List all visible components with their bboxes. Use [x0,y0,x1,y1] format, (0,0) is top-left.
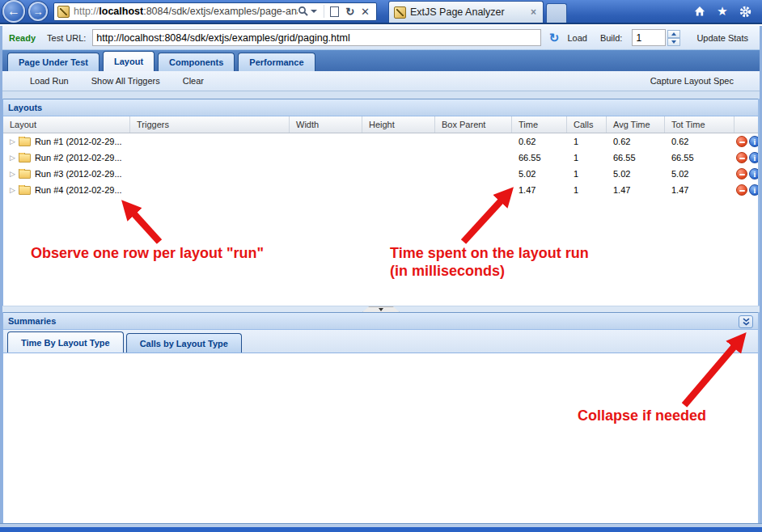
folder-icon [19,186,31,195]
search-icon[interactable] [298,6,309,17]
tot-time-value: 66.55 [665,153,734,163]
load-button[interactable]: Load [562,32,591,44]
url-host: localhost [99,6,143,17]
capture-layout-spec-button[interactable]: Capture Layout Spec [646,74,739,87]
load-run-button[interactable]: Load Run [25,74,74,87]
layouts-panel-header: Layouts [3,99,758,116]
home-icon[interactable] [692,4,707,19]
folder-icon [19,154,31,163]
run-label: Run #4 (2012-02-29... [35,185,122,195]
column-header-tot-time[interactable]: Tot Time [665,116,734,133]
calls-value: 1 [567,185,607,195]
delete-run-icon[interactable] [736,152,747,163]
panel-gap [2,91,760,99]
load-refresh-icon[interactable] [549,31,560,45]
row-expander-icon[interactable] [10,154,15,162]
column-header-layout[interactable]: Layout [3,116,130,133]
time-value: 66.55 [512,153,567,163]
column-header-actions [734,116,758,133]
new-tab-button[interactable] [546,3,567,23]
refresh-icon[interactable] [345,6,354,18]
info-icon[interactable] [749,184,758,196]
tab-page-under-test[interactable]: Page Under Test [7,53,99,71]
delete-run-icon[interactable] [736,136,747,147]
address-url[interactable]: http://localhost:8084/sdk/extjs/examples… [74,6,298,17]
time-value: 5.02 [512,169,567,179]
table-row-run1[interactable]: Run #1 (2012-02-29... 0.62 1 0.62 0.62 [3,133,758,150]
status-ready-label: Ready [9,33,36,43]
column-header-calls[interactable]: Calls [567,116,607,133]
build-label: Build: [600,33,623,43]
compatibility-view-icon[interactable] [330,6,339,17]
browser-titlebar: http://localhost:8084/sdk/extjs/examples… [0,0,762,24]
folder-icon [19,170,31,179]
close-tab-icon[interactable] [529,6,538,18]
panel-splitter[interactable] [2,306,760,312]
build-spin-down-button[interactable] [667,38,680,46]
column-header-height[interactable]: Height [362,116,435,133]
test-url-toolbar: Ready Test URL: Load Build: Update Stats [2,26,760,50]
tab-performance[interactable]: Performance [238,53,315,71]
tools-gear-icon[interactable] [738,4,752,19]
window-edge-bottom [0,527,762,532]
test-url-label: Test URL: [47,33,86,43]
column-header-avg-time[interactable]: Avg Time [607,116,665,133]
tab-layout[interactable]: Layout [103,51,155,71]
column-header-box-parent[interactable]: Box Parent [435,116,512,133]
row-expander-icon[interactable] [10,186,15,194]
app-window: http://localhost:8084/sdk/extjs/examples… [0,0,762,532]
column-header-width[interactable]: Width [290,116,362,133]
search-dropdown-caret-icon[interactable] [311,10,317,13]
tab-components[interactable]: Components [158,53,235,71]
extjs-favicon [394,6,406,19]
tab-time-by-layout-type[interactable]: Time By Layout Type [7,331,124,353]
info-icon[interactable] [749,136,758,147]
calls-value: 1 [567,137,607,146]
row-expander-icon[interactable] [10,170,15,178]
tab-calls-by-layout-type[interactable]: Calls by Layout Type [126,333,242,353]
show-all-triggers-button[interactable]: Show All Triggers [87,74,165,87]
avg-time-value: 1.47 [607,185,665,195]
avg-time-value: 5.02 [607,169,665,179]
extjs-favicon [57,6,70,18]
delete-run-icon[interactable] [736,184,747,196]
stop-icon[interactable] [361,6,370,18]
address-bar[interactable]: http://localhost:8084/sdk/extjs/examples… [53,2,377,21]
row-expander-icon[interactable] [10,137,15,146]
build-spin-up-button[interactable] [667,30,680,38]
down-triangle-icon [671,40,676,44]
avg-time-value: 66.55 [607,153,665,163]
build-spinner-input[interactable] [632,29,666,46]
layouts-panel-title: Layouts [8,103,42,112]
table-row-run2[interactable]: Run #2 (2012-02-29... 66.55 1 66.55 66.5… [3,150,758,166]
info-icon[interactable] [749,152,758,163]
table-row-run3[interactable]: Run #3 (2012-02-29... 5.02 1 5.02 5.02 [3,166,758,182]
favorites-star-icon[interactable] [715,4,730,19]
collapse-panel-button[interactable] [739,315,753,328]
forward-button[interactable] [28,2,48,21]
run-label: Run #1 (2012-02-29... [35,137,122,146]
summaries-panel: Summaries Time By Layout Type Calls by L… [2,312,760,523]
down-triangle-icon [379,308,383,311]
forward-arrow-icon [33,6,44,18]
layouts-panel: Layouts Layout Triggers Width Height Box… [2,99,760,306]
delete-run-icon[interactable] [736,168,747,179]
separator [324,5,324,18]
test-url-input[interactable] [92,29,540,46]
update-stats-button[interactable]: Update Stats [692,32,753,44]
table-row-run4[interactable]: Run #4 (2012-02-29... 1.47 1 1.47 1.47 [3,182,758,198]
avg-time-value: 0.62 [607,137,665,146]
calls-value: 1 [567,169,607,179]
browser-tab[interactable]: ExtJS Page Analyzer [388,1,544,23]
splitter-collapse-handle[interactable] [362,306,400,312]
grid-body: Run #1 (2012-02-29... 0.62 1 0.62 0.62 R… [3,133,758,305]
column-header-triggers[interactable]: Triggers [130,116,290,133]
url-rest: :8084/sdk/extjs/examples/page-analyz [143,6,298,17]
browser-tab-title: ExtJS Page Analyzer [410,6,529,18]
info-icon[interactable] [749,168,758,179]
summary-tabstrip: Time By Layout Type Calls by Layout Type [3,330,758,353]
column-header-time[interactable]: Time [512,116,567,133]
up-triangle-icon [671,32,676,36]
clear-button[interactable]: Clear [178,74,209,87]
back-button[interactable] [2,0,25,23]
